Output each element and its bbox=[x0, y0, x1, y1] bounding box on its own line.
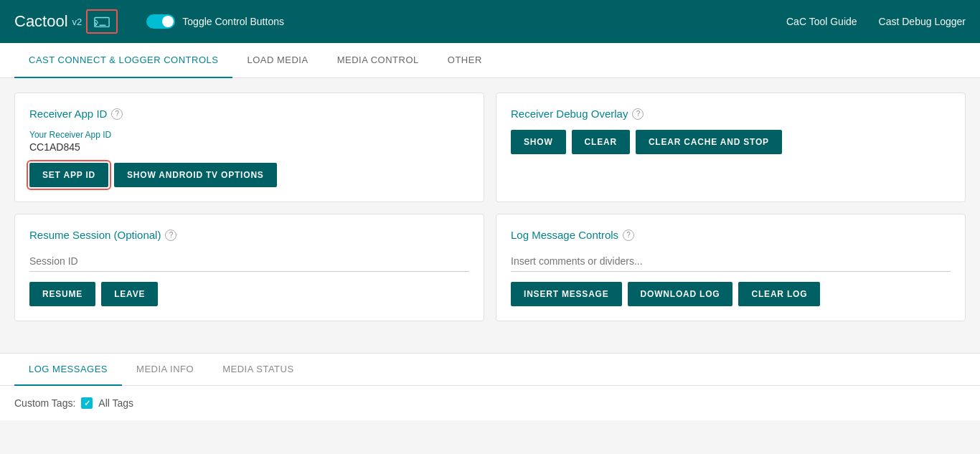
cac-tool-guide-link[interactable]: CaC Tool Guide bbox=[786, 16, 857, 27]
clear-cache-stop-button[interactable]: CLEAR CACHE AND STOP bbox=[636, 130, 782, 154]
resume-button[interactable]: RESUME bbox=[29, 282, 95, 306]
clear-button[interactable]: CLEAR bbox=[572, 130, 630, 154]
tab-media-control[interactable]: MEDIA CONTROL bbox=[323, 43, 433, 78]
bottom-section: LOG MESSAGES MEDIA INFO MEDIA STATUS Cus… bbox=[0, 353, 980, 420]
all-tags-label: All Tags bbox=[98, 397, 133, 409]
main-content: Receiver App ID ? Your Receiver App ID C… bbox=[0, 78, 980, 347]
all-tags-checkbox[interactable] bbox=[81, 397, 93, 409]
receiver-debug-overlay-title: Receiver Debug Overlay ? bbox=[511, 108, 951, 120]
custom-tags-row: Custom Tags: All Tags bbox=[14, 397, 966, 409]
logo-area: Cactool v2 bbox=[14, 9, 118, 34]
receiver-debug-overlay-buttons: SHOW CLEAR CLEAR CACHE AND STOP bbox=[511, 130, 951, 154]
receiver-app-id-input-label: Your Receiver App ID bbox=[29, 130, 469, 140]
svg-rect-2 bbox=[100, 25, 106, 26]
top-cards-row: Receiver App ID ? Your Receiver App ID C… bbox=[14, 93, 966, 202]
svg-point-1 bbox=[95, 24, 97, 26]
bottom-cards-row: Resume Session (Optional) ? RESUME LEAVE… bbox=[14, 214, 966, 321]
logo-v2: v2 bbox=[72, 16, 83, 27]
toggle-label: Toggle Control Buttons bbox=[182, 16, 284, 27]
resume-session-help-icon[interactable]: ? bbox=[165, 230, 176, 241]
toggle-area: Toggle Control Buttons bbox=[146, 14, 284, 29]
tab-load-media[interactable]: LOAD MEDIA bbox=[232, 43, 322, 78]
receiver-app-id-buttons: SET APP ID SHOW ANDROID TV OPTIONS bbox=[29, 163, 469, 187]
tab-media-status[interactable]: MEDIA STATUS bbox=[208, 354, 308, 386]
tab-cast-connect[interactable]: CAST CONNECT & LOGGER CONTROLS bbox=[14, 43, 232, 78]
receiver-debug-overlay-card: Receiver Debug Overlay ? SHOW CLEAR CLEA… bbox=[496, 93, 966, 202]
set-app-id-button[interactable]: SET APP ID bbox=[29, 163, 108, 187]
main-tabs-bar: CAST CONNECT & LOGGER CONTROLS LOAD MEDI… bbox=[0, 43, 980, 78]
receiver-app-id-title: Receiver App ID ? bbox=[29, 108, 469, 120]
show-button[interactable]: SHOW bbox=[511, 130, 566, 154]
log-message-controls-card: Log Message Controls ? INSERT MESSAGE DO… bbox=[496, 214, 966, 321]
cast-icon bbox=[92, 14, 112, 29]
cast-debug-logger-link[interactable]: Cast Debug Logger bbox=[879, 16, 966, 27]
tab-other[interactable]: OTHER bbox=[433, 43, 496, 78]
toggle-control-buttons[interactable] bbox=[146, 14, 175, 29]
download-log-button[interactable]: DOWNLOAD LOG bbox=[628, 282, 733, 306]
tab-log-messages[interactable]: LOG MESSAGES bbox=[14, 354, 122, 386]
log-message-controls-title: Log Message Controls ? bbox=[511, 229, 951, 241]
resume-session-card: Resume Session (Optional) ? RESUME LEAVE bbox=[14, 214, 484, 321]
bottom-tabs-bar: LOG MESSAGES MEDIA INFO MEDIA STATUS bbox=[0, 354, 980, 386]
cast-icon-box[interactable] bbox=[86, 9, 118, 34]
receiver-app-id-card: Receiver App ID ? Your Receiver App ID C… bbox=[14, 93, 484, 202]
log-comment-input[interactable] bbox=[511, 251, 951, 272]
app-header: Cactool v2 Toggle Control Buttons CaC To… bbox=[0, 0, 980, 43]
header-nav: CaC Tool Guide Cast Debug Logger bbox=[786, 16, 966, 27]
resume-session-title: Resume Session (Optional) ? bbox=[29, 229, 469, 241]
log-message-buttons: INSERT MESSAGE DOWNLOAD LOG CLEAR LOG bbox=[511, 282, 951, 306]
insert-message-button[interactable]: INSERT MESSAGE bbox=[511, 282, 622, 306]
clear-log-button[interactable]: CLEAR LOG bbox=[738, 282, 820, 306]
log-message-controls-help-icon[interactable]: ? bbox=[623, 230, 634, 241]
receiver-app-id-help-icon[interactable]: ? bbox=[111, 108, 123, 120]
logo-text: Cactool bbox=[14, 12, 68, 31]
custom-tags-label: Custom Tags: bbox=[14, 397, 75, 409]
bottom-tab-content: Custom Tags: All Tags bbox=[0, 386, 980, 420]
resume-session-buttons: RESUME LEAVE bbox=[29, 282, 469, 306]
receiver-app-id-value: CC1AD845 bbox=[29, 141, 469, 153]
session-id-input[interactable] bbox=[29, 251, 469, 272]
show-android-tv-button[interactable]: SHOW ANDROID TV OPTIONS bbox=[114, 163, 277, 187]
leave-button[interactable]: LEAVE bbox=[101, 282, 158, 306]
tab-media-info[interactable]: MEDIA INFO bbox=[122, 354, 208, 386]
receiver-debug-overlay-help-icon[interactable]: ? bbox=[632, 108, 644, 120]
